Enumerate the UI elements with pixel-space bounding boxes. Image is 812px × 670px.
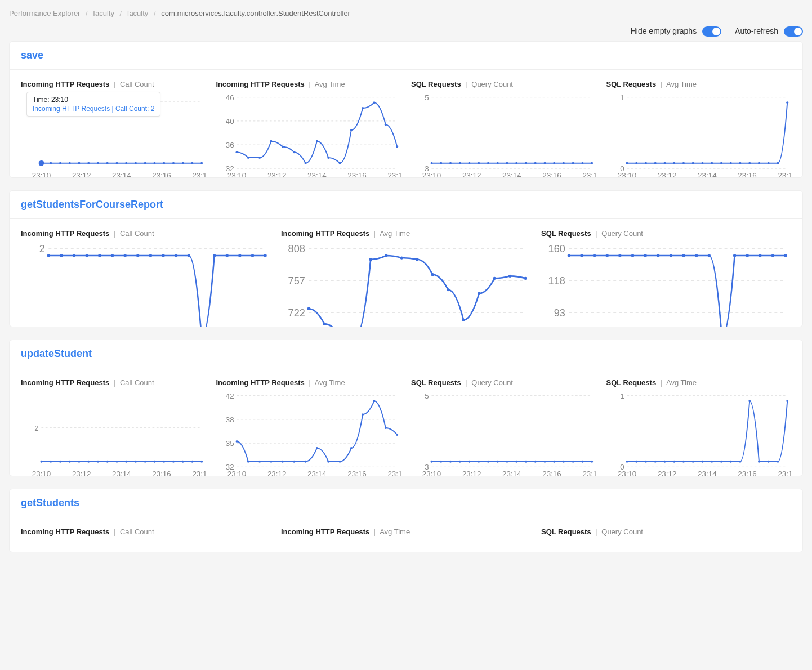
chart-cell[interactable]: Incoming HTTP Requests | Call Count223:1… <box>21 80 206 165</box>
chart-cell[interactable]: Incoming HTTP Requests | Avg Time8087577… <box>281 229 531 314</box>
svg-point-266 <box>525 461 527 463</box>
toolbar: Hide empty graphs Auto-refresh <box>9 26 803 37</box>
chart-title: Incoming HTTP Requests | Call Count <box>21 528 271 536</box>
svg-point-107 <box>786 102 788 104</box>
chart-cell[interactable]: SQL Requests | Query Count5323:1023:1223… <box>411 378 596 463</box>
breadcrumb-sep: / <box>120 9 122 17</box>
svg-point-70 <box>497 162 499 164</box>
svg-point-262 <box>487 461 489 463</box>
svg-point-299 <box>777 461 779 463</box>
svg-text:1: 1 <box>620 392 624 400</box>
svg-point-14 <box>106 162 109 164</box>
svg-text:23:14: 23:14 <box>502 172 521 178</box>
svg-point-181 <box>631 254 634 257</box>
svg-point-261 <box>478 461 480 463</box>
chart-plot[interactable]: 1023:1023:1223:1423:1623:18 <box>606 390 792 463</box>
chart-title: SQL Requests | Query Count <box>541 229 791 238</box>
svg-point-156 <box>431 273 434 276</box>
svg-point-284 <box>635 461 637 463</box>
svg-point-120 <box>86 254 88 257</box>
chart-plot[interactable]: 223:1023:1223:1423:1623:18Time: 23:10Inc… <box>21 92 206 165</box>
section-title[interactable]: getStudentsForCourseReport <box>21 199 163 210</box>
chart-plot[interactable]: 4640363223:1023:1223:1423:1623:18 <box>216 92 401 165</box>
svg-point-67 <box>469 162 471 164</box>
svg-point-8 <box>50 162 52 164</box>
chart-title: Incoming HTTP Requests | Call Count <box>21 80 206 88</box>
chart-plot[interactable]: 4238353223:1023:1223:1423:1623:18 <box>216 390 401 463</box>
section-title[interactable]: getStudents <box>21 497 79 508</box>
svg-point-289 <box>682 461 685 463</box>
svg-text:23:14: 23:14 <box>307 470 327 477</box>
chart-cell[interactable]: SQL Requests | Avg Time1023:1023:1223:14… <box>606 80 792 165</box>
chart-cell[interactable]: Incoming HTTP Requests | Call Count2123:… <box>21 229 271 314</box>
chart-plot[interactable]: 80875772268723:1023:1223:1423:1623:18 <box>281 241 531 314</box>
section-title[interactable]: save <box>21 50 43 61</box>
svg-point-97 <box>691 162 694 164</box>
chart-plot[interactable]: 5323:1023:1223:1423:1623:18 <box>411 92 596 165</box>
svg-point-134 <box>264 254 266 257</box>
svg-point-40 <box>247 157 249 159</box>
svg-point-157 <box>447 288 449 291</box>
chart-plot[interactable]: 223:1023:1223:1423:1623:18 <box>21 390 206 463</box>
svg-point-214 <box>163 461 165 463</box>
breadcrumb-item[interactable]: faculty <box>127 9 149 17</box>
svg-point-17 <box>135 162 137 164</box>
chart-plot[interactable]: 5323:1023:1223:1423:1623:18 <box>411 390 596 463</box>
chart-cell[interactable]: Incoming HTTP Requests | Avg Time4640363… <box>216 80 401 165</box>
chart-cell[interactable]: SQL Requests | Query Count <box>541 528 791 539</box>
svg-point-65 <box>449 162 452 164</box>
chart-title: SQL Requests | Query Count <box>411 378 596 387</box>
svg-point-123 <box>124 254 127 257</box>
svg-point-19 <box>154 162 156 164</box>
chart-cell[interactable]: SQL Requests | Avg Time1023:1023:1223:14… <box>606 378 792 463</box>
svg-point-290 <box>691 461 694 463</box>
chart-plot[interactable]: 1023:1023:1223:1423:1623:18 <box>606 92 792 165</box>
section-getStudentsForCourseReport: getStudentsForCourseReportIncoming HTTP … <box>9 190 803 327</box>
svg-point-96 <box>682 162 685 164</box>
svg-point-98 <box>701 162 703 164</box>
svg-text:23:16: 23:16 <box>347 172 366 178</box>
chart-cell[interactable]: SQL Requests | Query Count5323:1023:1223… <box>411 80 596 165</box>
svg-point-296 <box>748 400 751 403</box>
svg-text:23:18: 23:18 <box>778 172 791 178</box>
chart-cell[interactable]: SQL Requests | Query Count160118936823:1… <box>541 229 791 314</box>
svg-text:93: 93 <box>554 307 565 319</box>
breadcrumb-item[interactable]: faculty <box>93 9 114 17</box>
svg-text:40: 40 <box>225 117 234 126</box>
svg-point-105 <box>767 162 769 164</box>
chart-cell[interactable]: Incoming HTTP Requests | Avg Time <box>281 528 531 539</box>
chart-plot[interactable]: 2123:1023:1223:1423:1623:18 <box>21 241 271 314</box>
svg-point-103 <box>748 162 751 164</box>
svg-point-235 <box>270 461 272 463</box>
chart-cell[interactable]: Incoming HTTP Requests | Call Count <box>21 528 271 539</box>
chart-plot[interactable]: 160118936823:1023:1223:1423:1623:18 <box>541 241 791 314</box>
svg-text:23:18: 23:18 <box>192 470 206 477</box>
svg-point-201 <box>41 461 43 463</box>
hide-empty-graphs-toggle[interactable] <box>702 26 721 37</box>
svg-point-273 <box>591 461 593 463</box>
svg-text:23:10: 23:10 <box>617 470 636 477</box>
svg-point-42 <box>270 140 272 142</box>
svg-text:23:16: 23:16 <box>738 470 756 477</box>
svg-point-69 <box>487 162 489 164</box>
svg-point-10 <box>69 162 71 164</box>
chart-title: SQL Requests | Avg Time <box>606 80 792 88</box>
svg-point-18 <box>144 162 146 164</box>
svg-point-74 <box>534 162 537 164</box>
svg-text:2: 2 <box>34 424 38 432</box>
auto-refresh-toggle[interactable] <box>784 26 803 37</box>
hide-empty-graphs-field: Hide empty graphs <box>631 26 721 37</box>
svg-point-217 <box>191 461 193 463</box>
chart-title: SQL Requests | Query Count <box>541 528 791 536</box>
svg-point-148 <box>307 307 310 310</box>
chart-cell[interactable]: Incoming HTTP Requests | Call Count223:1… <box>21 378 206 463</box>
breadcrumb: Performance Explorer / faculty / faculty… <box>9 9 803 17</box>
svg-point-75 <box>544 162 546 164</box>
svg-text:5: 5 <box>425 392 429 400</box>
svg-point-263 <box>497 461 499 463</box>
section-title[interactable]: updateStudent <box>21 348 92 359</box>
chart-cell[interactable]: Incoming HTTP Requests | Avg Time4238353… <box>216 378 401 463</box>
svg-point-205 <box>78 461 81 463</box>
breadcrumb-item[interactable]: Performance Explorer <box>9 9 80 17</box>
svg-text:2: 2 <box>39 243 45 254</box>
